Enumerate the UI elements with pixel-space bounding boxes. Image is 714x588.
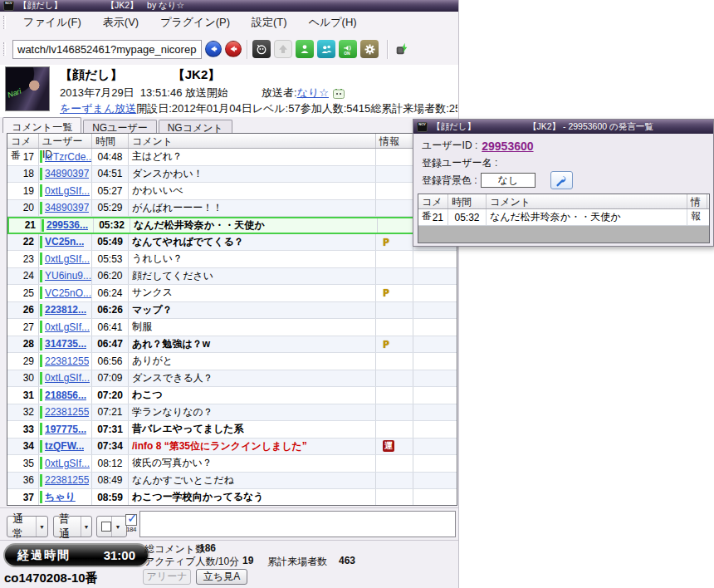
user-id-link[interactable]: 0xtLgSIf...	[45, 458, 90, 469]
menu-item[interactable]: 設定(T)	[241, 12, 298, 33]
users-icon[interactable]	[317, 40, 335, 58]
column-header-comment[interactable]: コメント	[129, 134, 376, 148]
popup-column-comment[interactable]: コメント	[487, 194, 687, 208]
popup-list-header: コメ番 時間 コメント 情報	[418, 194, 709, 209]
owner-link[interactable]: なり☆	[297, 86, 329, 100]
menubar-grip	[3, 16, 6, 29]
user-id-link[interactable]: 22381255	[45, 474, 89, 486]
user-id-link[interactable]: 299536...	[46, 219, 88, 231]
comment-row[interactable]: 35 0xtLgSIf... 08:12 彼氏の写真かい？ P運	[7, 455, 457, 473]
user-id-link[interactable]: 197775...	[45, 424, 86, 435]
toolbar-separator-2	[387, 40, 388, 59]
comment-row[interactable]: 33 197775... 07:31 昔バレエやってました系 P運	[7, 421, 457, 439]
settings-gear-icon[interactable]	[360, 40, 379, 58]
comment-row[interactable]: 29 22381255 06:56 ありがと P運	[7, 353, 457, 370]
comment-row[interactable]: 32 22381255 07:21 学ランなりなの？ P運	[7, 404, 457, 422]
tab[interactable]: NGユーザー	[83, 120, 157, 133]
comment-row[interactable]: 19 0xtLgSIf... 05:27 かわいいべ P運	[7, 183, 457, 200]
column-header-user[interactable]: ユーザーID	[39, 134, 92, 148]
connect-button[interactable]	[205, 41, 222, 57]
disconnect-button[interactable]	[225, 41, 242, 57]
comment-row[interactable]: 27 0xtLgSIf... 06:41 制服 P運	[7, 319, 457, 336]
popup-column-number[interactable]: コメ番	[418, 194, 448, 208]
comment-time: 06:26	[92, 302, 129, 319]
community-link[interactable]: をーずまん放送	[60, 101, 136, 116]
user-id-link[interactable]: 34890397	[45, 202, 89, 213]
menu-item[interactable]: 表示(V)	[92, 12, 149, 33]
user-id-link[interactable]: VC25n...	[45, 236, 84, 247]
user-id-link[interactable]: ちゃり	[45, 490, 76, 504]
menu-item[interactable]: プラグイン(P)	[149, 12, 241, 33]
comment-row[interactable]: 36 22381255 08:49 なんかすごいとこだね P運	[7, 473, 457, 490]
column-header-time[interactable]: 時間	[92, 134, 129, 148]
svg-text:ON: ON	[344, 51, 350, 55]
room-id: co1470208-10番	[4, 571, 98, 586]
user-id-link[interactable]: tzQFW...	[45, 440, 84, 452]
user-id-link[interactable]: 34890397	[45, 168, 89, 179]
popup-user-id-link[interactable]: 29953600	[482, 140, 533, 153]
user-color-bar	[40, 389, 42, 401]
comment-row[interactable]: 37 ちゃり 08:59 わこつー学校向かってるなう P運	[7, 489, 457, 506]
comment-text: サンクス	[129, 285, 376, 301]
user-color-bar	[40, 270, 42, 282]
menu-item[interactable]: ファイル(F)	[12, 12, 92, 33]
comment-row[interactable]: 18 34890397 04:51 ダンスかわい！ P運	[7, 166, 457, 184]
user-id-link[interactable]: VC25nO...	[45, 287, 91, 299]
comment-size-dropdown[interactable]: 通常 ▼	[7, 516, 48, 537]
comment-row[interactable]: 25 VC25nO... 06:24 サンクス P運	[7, 285, 457, 302]
popup-column-info[interactable]: 情報	[687, 194, 707, 208]
popup-column-time[interactable]: 時間	[448, 194, 487, 208]
column-header-info[interactable]: 情報	[376, 134, 413, 148]
popup-comment-time: 05:32	[448, 209, 487, 225]
tab[interactable]: コメント一覧	[2, 117, 81, 133]
broadcast-url-input[interactable]	[12, 40, 202, 59]
comment-row[interactable]: 31 218856... 07:20 わこつ P運	[7, 387, 457, 404]
user-id-link[interactable]: 22381255	[45, 406, 89, 418]
comment-row[interactable]: 21 299536... 05:32 なんだ松井玲奈か・・天使か P運	[7, 217, 457, 234]
upload-icon[interactable]	[274, 40, 292, 58]
comment-row[interactable]: 24 YU6inu9... 06:20 顔だしてください P運	[7, 268, 457, 286]
tab[interactable]: NGコメント	[159, 120, 232, 133]
comment-info-cell: P運	[376, 183, 413, 199]
user-id-link[interactable]: 22381255	[45, 355, 89, 367]
user-id-link[interactable]: 223812...	[45, 304, 86, 316]
comment-color-dropdown[interactable]: ▼	[96, 516, 127, 537]
comment-input[interactable]	[139, 511, 456, 537]
user-id-link[interactable]: 0xtLgSIf...	[45, 185, 90, 197]
user-icon[interactable]	[296, 40, 314, 58]
menu-item[interactable]: ヘルプ(H)	[298, 12, 368, 33]
user-id-link[interactable]: 0xtLgSIf...	[45, 372, 90, 384]
comment-time: 06:24	[92, 285, 129, 301]
standing-room-a-button[interactable]: 立ち見A	[196, 569, 247, 585]
anonymous-184-checkbox[interactable]: ✓	[125, 514, 137, 526]
comment-user-cell: 0xtLgSIf...	[39, 183, 92, 199]
comment-row[interactable]: 34 tzQFW... 07:34 /info 8 “第35位にランクインしまし…	[7, 439, 457, 456]
settings-wrench-button[interactable]	[550, 171, 573, 189]
user-id-link[interactable]: 0xtLgSIf...	[45, 253, 90, 265]
user-id-link[interactable]: krTzrCde...	[45, 151, 91, 163]
comment-row[interactable]: 26 223812... 06:26 マップ？ P運	[7, 302, 457, 320]
column-header-number[interactable]: コメ番	[7, 134, 39, 148]
comment-list: コメ番 ユーザーID 時間 コメント 情報 17 krTzrCde... 04:…	[7, 133, 457, 506]
plugin-icon[interactable]	[393, 40, 411, 58]
comment-position-dropdown[interactable]: 普通 ▼	[53, 516, 92, 537]
owner-label: 放送者:	[262, 86, 297, 100]
user-id-link[interactable]: 314735...	[45, 338, 86, 350]
comment-row[interactable]: 17 krTzrCde... 04:48 主はどれ？ P運	[7, 149, 457, 166]
comment-row[interactable]: 20 34890397 05:29 がんばれーーー！！ P運	[7, 200, 457, 218]
user-id-link[interactable]: 0xtLgSIf...	[45, 321, 90, 333]
comment-row[interactable]: 23 0xtLgSIf... 05:53 うれしい？ P運	[7, 251, 457, 268]
user-id-link[interactable]: 218856...	[45, 390, 86, 401]
comment-time: 05:27	[92, 183, 129, 199]
sound-on-icon[interactable]: ON	[339, 40, 357, 58]
comment-row[interactable]: 28 314735... 06:47 あれ？勉強は？w P運	[7, 336, 457, 354]
app-icon: NCV	[3, 1, 14, 11]
comment-row[interactable]: 30 0xtLgSIf... 07:09 ダンスできる人？ P運	[7, 370, 457, 388]
user-id-link[interactable]: YU6inu9...	[45, 270, 91, 282]
alert-icon[interactable]	[252, 40, 271, 58]
popup-rows: 21 05:32 なんだ松井玲奈か・・天使か	[418, 209, 709, 226]
comment-row[interactable]: 22 VC25n... 05:49 なんてやればでてくる？ P運	[7, 234, 457, 252]
color-swatch	[101, 522, 111, 532]
comment-time: 07:34	[92, 439, 129, 455]
popup-comment-row[interactable]: 21 05:32 なんだ松井玲奈か・・天使か	[418, 209, 709, 226]
